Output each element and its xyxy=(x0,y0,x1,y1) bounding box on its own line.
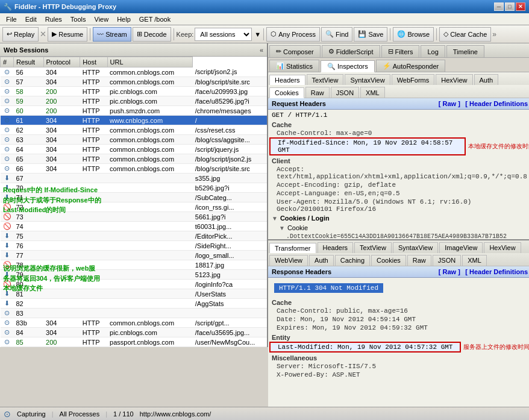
stream-button[interactable]: 〰 Stream xyxy=(93,27,131,42)
stab-syntaxview2[interactable]: SyntaxView xyxy=(393,242,438,253)
left-panel: Web Sessions « # Result Protocol Host UR… xyxy=(0,43,268,347)
stab-xml[interactable]: XML xyxy=(360,87,385,98)
response-headers-section[interactable]: Response Headers [ Raw ] [ Header Defini… xyxy=(268,266,529,407)
raw-link[interactable]: [ Raw ] xyxy=(439,100,460,107)
stab-auth2[interactable]: Auth xyxy=(309,255,334,266)
menu-file[interactable]: File xyxy=(2,14,20,24)
decode-button[interactable]: ⊞ Decode xyxy=(133,27,171,42)
cookies-section-title[interactable]: ▼ Cookies / Login xyxy=(269,213,529,223)
table-row[interactable]: ⬇795123.jpg xyxy=(1,270,268,280)
row-url: s355.jpg xyxy=(193,174,267,183)
stab-textview[interactable]: TextView xyxy=(307,74,344,85)
stab-json2[interactable]: JSON xyxy=(433,255,461,266)
keep-dropdown[interactable]: All sessions 100 sessions 200 sessions xyxy=(195,28,252,41)
tab-autoresponder[interactable]: ⚡ AutoResponder xyxy=(376,60,445,72)
stab-cookies[interactable]: Cookies xyxy=(269,87,304,98)
menu-get-book[interactable]: GET /book xyxy=(136,14,174,24)
client-section-title: Client xyxy=(269,155,529,165)
resume-button[interactable]: ▶ Resume xyxy=(48,27,87,42)
stab-xml2[interactable]: XML xyxy=(462,255,487,266)
scroll-right-icon[interactable]: » xyxy=(492,30,496,39)
table-row[interactable]: ⊙83b304HTTPcommon.cnblogs.com/script/gpt… xyxy=(1,318,268,328)
table-row[interactable]: ⊙56304HTTPcommon.cnblogs.com/script/json… xyxy=(1,67,268,77)
table-row[interactable]: ⬇76/SideRight... xyxy=(1,241,268,251)
stab-syntaxview[interactable]: SyntaxView xyxy=(345,74,390,85)
response-raw-link[interactable]: [ Raw ] xyxy=(439,268,460,275)
row-url: /UserStats xyxy=(193,289,267,299)
menu-rules[interactable]: Rules xyxy=(42,14,66,24)
row-url: /blog/script/site.src xyxy=(193,77,267,87)
table-row[interactable]: ⬇82/AggStats xyxy=(1,299,268,309)
table-row[interactable]: ⊙61304HTTPwww.cnblogs.com/ xyxy=(1,116,268,125)
table-row[interactable]: ⊙63304HTTPcommon.cnblogs.com/blog/css/ag… xyxy=(1,135,268,145)
menu-help[interactable]: Help xyxy=(113,14,134,24)
maximize-button[interactable]: □ xyxy=(505,2,515,11)
table-row[interactable]: ⊙59200HTTPpic.cnblogs.com/face/u85296.jp… xyxy=(1,96,268,106)
stab-raw2[interactable]: Raw xyxy=(407,255,431,266)
header-def-link[interactable]: [ Header Definitions ] xyxy=(465,100,529,107)
stab-headers[interactable]: Headers xyxy=(269,75,305,86)
row-protocol: HTTP xyxy=(80,145,107,154)
table-row[interactable]: 🚫735661.jpg?i xyxy=(1,212,268,222)
table-row[interactable]: 🚫80/loginInfo?ca xyxy=(1,280,268,289)
stab-transformer[interactable]: Transformer xyxy=(269,243,316,254)
stab-hexview[interactable]: HexView xyxy=(436,74,472,85)
cookie-item[interactable]: ▼ Cookie xyxy=(269,223,529,233)
minimize-button[interactable]: ─ xyxy=(494,2,504,11)
row-host xyxy=(107,174,193,183)
stab-cookies2[interactable]: Cookies xyxy=(371,255,406,266)
tab-statistics[interactable]: 📊 Statistics xyxy=(269,60,319,72)
tab-composer[interactable]: ✏ Composer xyxy=(269,45,321,57)
sessions-table[interactable]: # Result Protocol Host URL ⊙56304HTTPcom… xyxy=(0,57,267,347)
save-button[interactable]: 💾 Save xyxy=(354,27,387,42)
stab-imageview[interactable]: ImageView xyxy=(439,242,483,253)
table-row[interactable]: ⬇75/EditorPick... xyxy=(1,231,268,241)
table-row[interactable]: ⊙62304HTTPcommon.cnblogs.com/css/reset.c… xyxy=(1,125,268,135)
menu-tools[interactable]: Tools xyxy=(67,14,90,24)
table-row[interactable]: ⊙65304HTTPcommon.cnblogs.com/blog/script… xyxy=(1,154,268,164)
collapse-left-icon[interactable]: « xyxy=(260,46,263,54)
response-header-def-link[interactable]: [ Header Definitions ] xyxy=(465,268,529,275)
table-row[interactable]: ⬇77/logo_small... xyxy=(1,251,268,260)
stab-webforms[interactable]: WebForms xyxy=(392,74,435,85)
tab-fiddlerscript[interactable]: ⚙ FiddlerScript xyxy=(322,45,380,57)
find-button[interactable]: 🔍 Find xyxy=(321,27,352,42)
table-row[interactable]: ⬇81/UserStats xyxy=(1,289,268,299)
stab-auth[interactable]: Auth xyxy=(474,74,499,85)
cache-control-header: Cache-Control: max-age=0 xyxy=(269,129,529,137)
table-row[interactable]: ⬇67s355.jpg xyxy=(1,174,268,183)
table-row[interactable]: ⊙85200HTTPpassport.cnblogs.com/user/NewM… xyxy=(1,337,268,347)
table-row[interactable]: 🚫7818817.jpg xyxy=(1,260,268,270)
table-row[interactable]: ⊙84304HTTPpic.cnblogs.com/face/u35695.jp… xyxy=(1,328,268,337)
browse-button[interactable]: 🌐 Browse xyxy=(393,27,434,42)
stab-headers2[interactable]: Headers xyxy=(318,242,354,253)
table-row[interactable]: ⬇71/SubCateg... xyxy=(1,193,268,202)
clear-cache-button[interactable]: ◇ Clear Cache xyxy=(439,27,491,42)
request-headers-section[interactable]: Request Headers [ Raw ] [ Header Definit… xyxy=(268,98,529,240)
tab-timeline[interactable]: Timeline xyxy=(446,45,484,57)
stab-caching[interactable]: Caching xyxy=(335,255,370,266)
table-row[interactable]: ⊙57304HTTPcommon.cnblogs.com/blog/script… xyxy=(1,77,268,87)
table-row[interactable]: ⊙60200HTTPpush.smzdn.com/chrome/messages xyxy=(1,106,268,116)
row-result xyxy=(43,251,80,260)
table-row[interactable]: 🚫72/icon_rss.gi... xyxy=(1,202,268,212)
tab-log[interactable]: Log xyxy=(421,45,445,57)
table-row[interactable]: 🚫74t60031.jpg... xyxy=(1,222,268,231)
stab-hexview2[interactable]: HexView xyxy=(484,242,521,253)
tab-inspectors[interactable]: 🔍 Inspectors xyxy=(321,60,375,72)
close-button[interactable]: ✕ xyxy=(516,2,525,11)
table-row[interactable]: ⬇70b5296.jpg?i xyxy=(1,183,268,193)
menu-view[interactable]: View xyxy=(91,14,113,24)
stab-raw[interactable]: Raw xyxy=(305,87,330,98)
menu-edit[interactable]: Edit xyxy=(22,14,40,24)
table-row[interactable]: ⊙64304HTTPcommon.cnblogs.com/script/jque… xyxy=(1,145,268,154)
table-row[interactable]: ⊙83 xyxy=(1,309,268,318)
replay-button[interactable]: ↩ Replay xyxy=(2,27,39,42)
table-row[interactable]: ⊙58200HTTPpic.cnblogs.com/face/u209993.j… xyxy=(1,87,268,96)
tab-filters[interactable]: ⊟ Filters xyxy=(381,45,420,57)
table-row[interactable]: ⊙66304HTTPcommon.cnblogs.com/blog/script… xyxy=(1,164,268,174)
stab-webview[interactable]: WebView xyxy=(269,255,308,266)
stab-json[interactable]: JSON xyxy=(331,87,359,98)
stab-textview2[interactable]: TextView xyxy=(354,242,392,253)
any-process-button[interactable]: ⬡ Any Process xyxy=(266,27,320,42)
